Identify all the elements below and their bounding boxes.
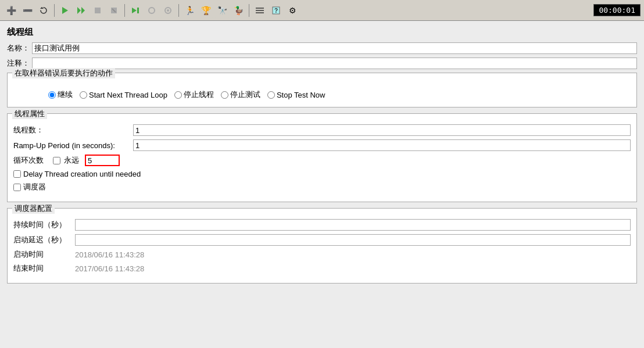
end-time-label: 结束时间 bbox=[13, 263, 71, 274]
thread-count-label: 线程数： bbox=[13, 125, 130, 135]
radio-next-loop-label: Start Next Thread Loop bbox=[89, 91, 167, 99]
add-btn[interactable]: ➕ bbox=[3, 3, 19, 18]
delay-thread-label: Delay Thread creation until needed bbox=[23, 170, 141, 178]
thread-count-row: 线程数： bbox=[13, 124, 631, 136]
svg-point-9 bbox=[149, 8, 155, 13]
page-title: 线程组 bbox=[7, 27, 637, 38]
svg-rect-4 bbox=[95, 8, 101, 13]
comment-label: 注释： bbox=[7, 58, 30, 69]
sep-3 bbox=[178, 4, 179, 17]
start-time-value: 2018/06/16 11:43:28 bbox=[75, 250, 631, 259]
step-btn[interactable] bbox=[128, 3, 143, 18]
toolbar: ➕ ➖ 🏃 🏆 🔭 🦆 ? ⚙ 00:00:01 bbox=[0, 0, 644, 21]
eternal-checkbox[interactable] bbox=[53, 157, 60, 164]
icon-search-btn[interactable]: 🔭 bbox=[214, 3, 230, 18]
rampup-input[interactable] bbox=[133, 139, 631, 151]
startup-delay-row: 启动延迟（秒） bbox=[13, 234, 631, 246]
radio-continue-label: 继续 bbox=[58, 89, 73, 100]
stop-now-btn[interactable] bbox=[106, 3, 121, 18]
svg-point-11 bbox=[167, 9, 169, 12]
icon-duck-btn[interactable]: 🦆 bbox=[231, 3, 246, 18]
error-action-group: 在取样器错误后要执行的动作 继续 Start Next Thread Loop … bbox=[7, 73, 637, 107]
radio-next-loop-input[interactable] bbox=[80, 91, 87, 99]
duration-input[interactable] bbox=[75, 219, 631, 231]
scheduler-checkbox[interactable] bbox=[13, 184, 21, 191]
scheduler-config-group: 调度器配置 持续时间（秒） 启动延迟（秒） 启动时间 2018/06/16 11… bbox=[7, 208, 637, 284]
error-action-title: 在取样器错误后要执行的动作 bbox=[12, 68, 115, 78]
radio-options-row: 继续 Start Next Thread Loop 停止线程 停止测试 Stop… bbox=[13, 84, 631, 102]
eternal-label: 永远 bbox=[64, 155, 79, 166]
svg-marker-7 bbox=[132, 8, 137, 13]
radio-continue[interactable]: 继续 bbox=[48, 89, 73, 100]
loop-row: 循环次数 永远 bbox=[13, 155, 631, 166]
sep-1 bbox=[54, 4, 55, 17]
scheduler-checkbox-row: 调度器 bbox=[13, 182, 631, 192]
remove-btn[interactable]: ➖ bbox=[20, 3, 35, 18]
radio-stop-now[interactable]: Stop Test Now bbox=[267, 91, 325, 99]
svg-marker-2 bbox=[77, 7, 81, 14]
comment-input[interactable] bbox=[32, 58, 637, 69]
timer-display: 00:00:01 bbox=[593, 4, 641, 16]
rampup-label: Ramp-Up Period (in seconds): bbox=[13, 141, 130, 150]
comment-row: 注释： bbox=[7, 58, 637, 69]
radio-stop-test-input[interactable] bbox=[221, 91, 228, 99]
rampup-row: Ramp-Up Period (in seconds): bbox=[13, 139, 631, 151]
startup-delay-label: 启动延迟（秒） bbox=[13, 235, 71, 245]
radio-stop-thread[interactable]: 停止线程 bbox=[174, 89, 214, 100]
thread-props-title: 线程属性 bbox=[12, 109, 47, 119]
start-time-row: 启动时间 2018/06/16 11:43:28 bbox=[13, 249, 631, 260]
name-input[interactable] bbox=[32, 42, 637, 54]
duration-row: 持续时间（秒） bbox=[13, 219, 631, 231]
sep-2 bbox=[124, 4, 125, 17]
thread-count-input[interactable] bbox=[133, 124, 631, 136]
duration-label: 持续时间（秒） bbox=[13, 220, 71, 230]
radio-stop-thread-label: 停止线程 bbox=[184, 89, 214, 100]
radio-stop-test-label: 停止测试 bbox=[230, 89, 260, 100]
end-time-row: 结束时间 2017/06/16 11:43:28 bbox=[13, 263, 631, 274]
stop-btn[interactable] bbox=[90, 3, 105, 18]
scheduler-label: 调度器 bbox=[23, 182, 46, 192]
loop-count-input[interactable] bbox=[85, 155, 120, 166]
loop-label: 循环次数 bbox=[13, 155, 48, 166]
name-label: 名称： bbox=[7, 43, 30, 53]
radio-stop-test[interactable]: 停止测试 bbox=[221, 89, 260, 100]
name-row: 名称： bbox=[7, 42, 637, 54]
help-btn[interactable]: ? bbox=[269, 3, 284, 18]
delay-thread-checkbox[interactable] bbox=[13, 170, 21, 178]
play-no-pause-btn[interactable] bbox=[74, 3, 89, 18]
svg-text:?: ? bbox=[274, 8, 278, 14]
svg-rect-8 bbox=[137, 8, 139, 13]
icon-trophy-btn[interactable]: 🏆 bbox=[198, 3, 213, 18]
sep-4 bbox=[249, 4, 249, 17]
main-content: 线程组 名称： 注释： 在取样器错误后要执行的动作 继续 Start Next … bbox=[0, 21, 644, 348]
play-btn[interactable] bbox=[58, 3, 73, 18]
refresh-btn[interactable] bbox=[36, 3, 51, 18]
svg-marker-1 bbox=[62, 7, 68, 14]
radio-continue-input[interactable] bbox=[48, 91, 56, 99]
startup-delay-input[interactable] bbox=[75, 234, 631, 246]
svg-marker-0 bbox=[40, 7, 44, 9]
delay-thread-row: Delay Thread creation until needed bbox=[13, 170, 631, 178]
list-btn[interactable] bbox=[252, 3, 267, 18]
icon-run-btn[interactable]: 🏃 bbox=[182, 3, 197, 18]
radio-next-loop[interactable]: Start Next Thread Loop bbox=[80, 91, 167, 99]
settings-btn[interactable]: ⚙ bbox=[285, 3, 300, 18]
end-time-value: 2017/06/16 11:43:28 bbox=[75, 264, 631, 273]
start-time-label: 启动时间 bbox=[13, 249, 71, 260]
reset-btn[interactable] bbox=[144, 3, 159, 18]
thread-properties-group: 线程属性 线程数： Ramp-Up Period (in seconds): 循… bbox=[7, 113, 637, 202]
radio-stop-thread-input[interactable] bbox=[174, 91, 182, 99]
radio-stop-now-input[interactable] bbox=[267, 91, 275, 99]
scheduler-config-title: 调度器配置 bbox=[12, 203, 55, 214]
radio-stop-now-label: Stop Test Now bbox=[277, 91, 325, 99]
svg-marker-3 bbox=[81, 7, 85, 14]
clear-btn[interactable] bbox=[160, 3, 176, 18]
